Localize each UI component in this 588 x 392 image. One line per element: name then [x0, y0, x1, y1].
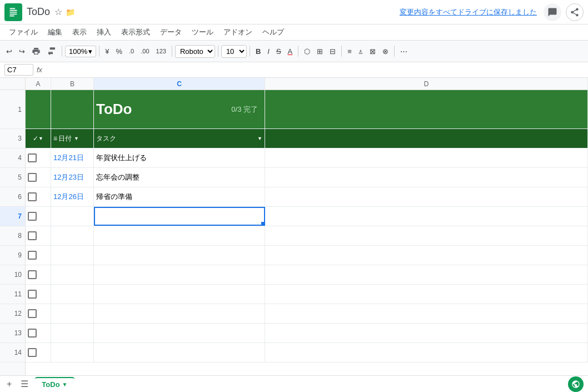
checkbox-12[interactable]	[28, 309, 37, 318]
rest-cell-4	[265, 148, 588, 167]
checkbox-4[interactable]	[28, 153, 37, 162]
decimal-down-button[interactable]: .0	[126, 46, 137, 57]
checkbox-10[interactable]	[28, 270, 37, 279]
sheet-tab-dropdown-icon[interactable]: ▼	[62, 381, 68, 388]
task-cell-9	[94, 246, 265, 265]
checkbox-11[interactable]	[28, 290, 37, 299]
checkbox-cell-10[interactable]	[26, 265, 51, 284]
header-cell-c: ToDo 0/3 完了	[94, 90, 265, 128]
header-cell-b	[51, 90, 94, 128]
menu-tools[interactable]: ツール	[187, 26, 218, 38]
col-header-c: C	[94, 78, 265, 90]
save-status: 変更内容をすべてドライブに保存しました	[400, 7, 537, 17]
cell-reference-input[interactable]	[4, 64, 33, 76]
percent-button[interactable]: %	[113, 45, 125, 58]
task-cell-7[interactable]	[94, 207, 265, 226]
checkbox-13[interactable]	[28, 329, 37, 338]
align-vertical-button[interactable]: ⍋	[356, 45, 366, 58]
checkbox-6[interactable]	[28, 192, 37, 201]
strikethrough-button[interactable]: S	[273, 45, 284, 58]
filter-task-dropdown[interactable]: ▼	[257, 136, 262, 141]
comment-button[interactable]	[544, 3, 561, 21]
star-icon[interactable]: ☆	[54, 7, 62, 17]
formula-input[interactable]	[46, 66, 584, 74]
menu-file[interactable]: ファイル	[4, 26, 42, 38]
title-bar-right	[544, 3, 584, 21]
toolbar-divider-8	[394, 46, 395, 57]
checkbox-cell-12[interactable]	[26, 304, 51, 323]
more-button[interactable]: ⋯	[397, 45, 410, 58]
menu-help[interactable]: ヘルプ	[258, 26, 288, 38]
text-rotate-button[interactable]: ⊗	[380, 45, 391, 58]
checkbox-cell-8[interactable]	[26, 226, 51, 245]
sheet-tab-todo[interactable]: ToDo ▼	[35, 377, 74, 391]
svg-rect-1	[9, 9, 17, 11]
bold-button[interactable]: B	[253, 45, 263, 58]
sheets-list-button[interactable]: ☰	[18, 378, 31, 390]
checkbox-9[interactable]	[28, 251, 37, 260]
share-button[interactable]	[566, 3, 584, 21]
format-123-button[interactable]: 123	[153, 46, 169, 57]
checkbox-cell-5[interactable]	[26, 168, 51, 187]
toolbar-divider-7	[341, 46, 342, 57]
checkbox-cell-14[interactable]	[26, 343, 51, 362]
explore-button[interactable]	[568, 376, 584, 392]
merge-button[interactable]: ⊟	[327, 45, 338, 58]
paint-format-button[interactable]	[44, 44, 59, 58]
checkbox-cell-13[interactable]	[26, 324, 51, 343]
filter-date-dropdown[interactable]: ▼	[74, 136, 79, 141]
menu-insert[interactable]: 挿入	[92, 26, 116, 38]
zoom-selector[interactable]: 100% ▾	[65, 46, 96, 57]
redo-button[interactable]: ↪	[16, 45, 28, 58]
menu-addons[interactable]: アドオン	[219, 26, 257, 38]
date-cell-12	[51, 304, 94, 323]
checkbox-7[interactable]	[28, 212, 37, 221]
toolbar-divider-2	[99, 46, 99, 57]
row-num-10: 10	[0, 265, 25, 285]
add-sheet-button[interactable]: +	[4, 378, 14, 390]
row-headers: 1 3 4 5 6 7 8 9 10 11 12 13 14	[0, 78, 26, 375]
fill-color-button[interactable]: ⬡	[301, 45, 313, 58]
borders-button[interactable]: ⊞	[314, 45, 326, 58]
svg-rect-0	[9, 8, 15, 9]
svg-rect-4	[9, 15, 14, 16]
rest-cell-14	[265, 343, 588, 362]
font-size-selector[interactable]: 10	[221, 45, 247, 58]
checkbox-14[interactable]	[28, 348, 37, 357]
font-family-selector[interactable]: Roboto	[175, 45, 215, 58]
checkbox-cell-7[interactable]	[26, 207, 51, 226]
italic-button[interactable]: I	[265, 45, 272, 58]
decimal-up-button[interactable]: .00	[138, 46, 152, 57]
menu-format[interactable]: 表示形式	[117, 26, 155, 38]
menu-edit[interactable]: 編集	[43, 26, 67, 38]
font-color-button[interactable]: A	[285, 45, 296, 58]
checkbox-5[interactable]	[28, 173, 37, 182]
rest-cell-11	[265, 285, 588, 304]
checkbox-cell-4[interactable]	[26, 148, 51, 167]
text-wrap-button[interactable]: ⊠	[367, 45, 378, 58]
toolbar-divider-6	[298, 46, 298, 57]
checkbox-8[interactable]	[28, 231, 37, 240]
checkbox-cell-9[interactable]	[26, 246, 51, 265]
data-row-7	[26, 207, 588, 226]
date-cell-14	[51, 343, 94, 362]
col-header-a: A	[26, 78, 51, 90]
filter-date-label: 日付	[58, 134, 72, 143]
checkbox-cell-6[interactable]	[26, 187, 51, 206]
data-row-11	[26, 285, 588, 304]
toolbar-divider-5	[250, 46, 250, 57]
task-cell-8	[94, 226, 265, 245]
align-horizontal-button[interactable]: ≡	[345, 45, 355, 58]
menu-data[interactable]: データ	[156, 26, 186, 38]
folder-icon[interactable]: 📁	[66, 8, 75, 17]
menu-view[interactable]: 表示	[68, 26, 91, 38]
undo-button[interactable]: ↩	[3, 45, 15, 58]
title-bar: ToDo ☆ 📁 変更内容をすべてドライブに保存しました	[0, 0, 588, 24]
currency-button[interactable]: ¥	[102, 45, 112, 58]
document-title: ToDo	[27, 6, 50, 18]
zoom-value: 100%	[69, 47, 87, 56]
checkbox-cell-11[interactable]	[26, 285, 51, 304]
data-row-12	[26, 304, 588, 324]
row-num-13: 13	[0, 324, 25, 343]
print-button[interactable]	[29, 44, 43, 58]
